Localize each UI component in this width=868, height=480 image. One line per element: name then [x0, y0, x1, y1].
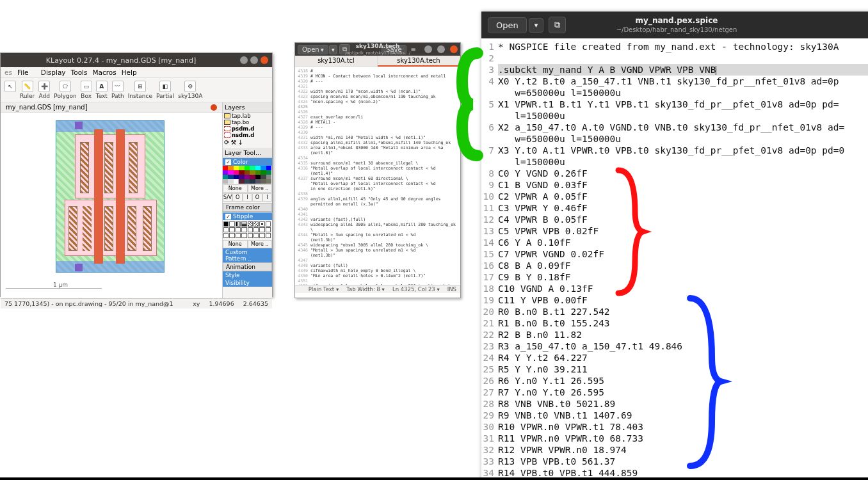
stipple-opts[interactable]: NoneMore .. — [223, 240, 272, 248]
toolbar-select[interactable]: ↖ — [4, 81, 16, 99]
line-number: 21 — [481, 317, 498, 329]
line-number: 29 — [481, 410, 498, 421]
line-text: permitted on metal1 (x.3a)" — [310, 202, 378, 207]
klayout-tab-label[interactable]: my_nand.GDS [my_nand] — [6, 104, 88, 111]
color-sv[interactable]: S/VOIOI — [223, 193, 272, 202]
code-line: 4326 — [296, 109, 459, 115]
line-text: C4 VPWR B 0.05fF — [498, 214, 868, 225]
hamburger-icon[interactable]: ≡ — [408, 45, 419, 54]
open-dropdown[interactable]: ▾ — [329, 45, 337, 54]
code-line: 4330 — [296, 130, 459, 135]
klayout-canvas[interactable]: 1 µm — [1, 113, 222, 298]
open-button[interactable]: Open — [488, 17, 527, 33]
code-line: 4342 variants (fast),(full) — [296, 217, 459, 222]
close-tab-icon[interactable] — [211, 104, 217, 111]
frame-color[interactable]: Frame color — [223, 203, 272, 212]
status-ins[interactable]: INS — [446, 286, 458, 292]
layer-down-icon[interactable]: ↓ — [237, 139, 243, 146]
layer-refresh-icon[interactable]: ⟳ — [224, 139, 229, 146]
status-pos[interactable]: Ln 4325, Col 23 ▾ — [391, 286, 441, 292]
code-line: 4344 "Metal1 > 3um spacing to unrelated … — [296, 232, 459, 237]
line-number: 15 — [481, 248, 498, 260]
line-number: 2 — [481, 52, 498, 64]
code-line: 9C1 B VGND 0.03fF — [481, 179, 868, 191]
code-line: in one direction (met1.5)" — [296, 186, 459, 191]
code-line: 3.subckt my_nand Y A B VGND VPWR VPB VNB — [481, 64, 868, 76]
style[interactable]: Style — [223, 271, 272, 279]
code-line: 4X0 Y.t2 B.t0 a_150_47.t1 VNB.t1 sky130_… — [481, 76, 868, 87]
open-dropdown[interactable]: ▾ — [529, 18, 544, 33]
open-button[interactable]: Open▾ — [298, 45, 328, 54]
menu-display[interactable]: Display — [41, 68, 66, 76]
polygon-icon: ⬠ — [60, 81, 71, 92]
minimize-button[interactable] — [240, 56, 248, 64]
toolbar-text[interactable]: AText — [96, 81, 108, 99]
toolbar-path[interactable]: 〰Path — [111, 81, 124, 99]
line-text: "Metal1 overlap of local interconnect co… — [310, 181, 436, 186]
layertool-color[interactable]: ✓Color — [223, 158, 272, 166]
line-number: 25 — [481, 364, 498, 375]
tab-tech[interactable]: sky130A.tech — [378, 56, 460, 67]
layer-config-icon[interactable]: ⚒ — [230, 139, 236, 146]
line-text: X1 VPWR.t1 B.t1 Y.t1 VPB.t1 sky130_fd_pr… — [498, 99, 868, 110]
line-number: 4322 — [296, 89, 310, 94]
code-line: w=650000u l=150000u — [481, 133, 868, 145]
gedit-tech-titlebar[interactable]: Open▾ ▾ ⧉ sky130A.tech/opt/pdk_root/sky1… — [295, 43, 460, 56]
new-tab-button[interactable]: ⧉ — [339, 44, 350, 54]
klayout-window: KLayout 0.27.4 - my_nand.GDS [my_nand] e… — [0, 52, 273, 297]
toolbar-tech[interactable]: ⚙sky130A — [178, 81, 202, 99]
line-text: spacing mcon/m1 mcon/m1,obsmcon/m1 190 t… — [310, 94, 436, 99]
code-line: 4340 — [296, 207, 459, 212]
new-tab-button[interactable]: ⧉ — [549, 17, 566, 33]
color-opts[interactable]: NoneMore .. — [223, 184, 272, 193]
gedit-spice-editor[interactable]: 1* NGSPICE file created from my_nand.ext… — [481, 38, 868, 480]
menu-tools[interactable]: Tools — [71, 68, 88, 76]
code-line: 28R8 VNB VNB.t0 5021.89 — [481, 398, 868, 410]
line-number: 4326 — [296, 109, 310, 115]
line-text: # METAL1 - — [310, 120, 335, 125]
layer-list[interactable]: tap.lab tap.bo psdm.d nsdm.d — [223, 113, 272, 138]
instance-icon: ⊞ — [134, 81, 146, 92]
save-button[interactable]: Save — [382, 45, 406, 54]
toolbar-polygon[interactable]: ⬠Polygon — [54, 81, 76, 99]
line-number — [296, 181, 310, 186]
toolbar-ruler[interactable]: 📏Ruler — [20, 81, 35, 99]
color-palette[interactable] — [223, 166, 271, 184]
gedit-spice-titlebar[interactable]: Open ▾ ⧉ my_nand.pex.spice~/Desktop/habr… — [481, 12, 868, 38]
close-button[interactable] — [450, 45, 458, 53]
code-line: (met1.3b)" — [296, 253, 459, 258]
code-line: 4319# MCON - Contact between local inter… — [296, 74, 459, 79]
line-text: exact_overlap mcon/li — [310, 115, 363, 120]
toolbar-instance[interactable]: ⊞Instance — [128, 81, 152, 99]
status-syntax[interactable]: Plain Text ▾ — [307, 286, 340, 292]
gedit-tech-editor[interactable]: 4318#4319# MCON - Contact between local … — [295, 67, 460, 285]
maximize-button[interactable] — [437, 45, 445, 53]
layertool-header[interactable]: Layer Tool... — [223, 148, 272, 158]
line-text: R2 B B.n0 11.82 — [498, 329, 868, 340]
animation[interactable]: Animation — [223, 262, 272, 271]
line-number: 4336 — [296, 166, 310, 171]
custom-pattern[interactable]: Custom Pattern .. — [223, 248, 272, 262]
toolbar-partial[interactable]: ◧Partial — [156, 81, 174, 99]
klayout-titlebar[interactable]: KLayout 0.27.4 - my_nand.GDS [my_nand] — [1, 53, 272, 67]
code-line: 5X1 VPWR.t1 B.t1 Y.t1 VPB.t1 sky130_fd_p… — [481, 99, 868, 110]
line-number: 4328 — [296, 120, 310, 125]
box-icon: ▭ — [81, 81, 92, 92]
stipple[interactable]: ✓Stipple — [223, 212, 272, 220]
visibility[interactable]: Visibility — [223, 279, 272, 287]
menu-help[interactable]: Help — [122, 68, 137, 76]
close-button[interactable] — [261, 56, 268, 64]
stipple-palette[interactable] — [223, 221, 271, 238]
toolbar-box[interactable]: ▭Box — [81, 81, 92, 99]
maximize-button[interactable] — [250, 56, 258, 64]
status-tab[interactable]: Tab Width: 8 ▾ — [345, 286, 386, 292]
code-line: 1* NGSPICE file created from my_nand.ext… — [481, 41, 868, 52]
toolbar-add[interactable]: ➕Add — [38, 81, 50, 99]
menu-macros[interactable]: Macros — [92, 68, 116, 76]
menu-file[interactable]: File — [17, 68, 29, 76]
klayout-side-panel: Layers tap.lab tap.bo psdm.d nsdm.d ⟳ ⚒ … — [222, 102, 272, 298]
minimize-button[interactable] — [424, 45, 432, 53]
tab-tcl[interactable]: sky130A.tcl — [295, 56, 378, 67]
line-text: "Metal1 > 3um spacing to unrelated m1 < … — [310, 248, 415, 253]
klayout-statusbar: 75 1770,1345) - on npc.drawing - 95/20 i… — [1, 298, 272, 308]
